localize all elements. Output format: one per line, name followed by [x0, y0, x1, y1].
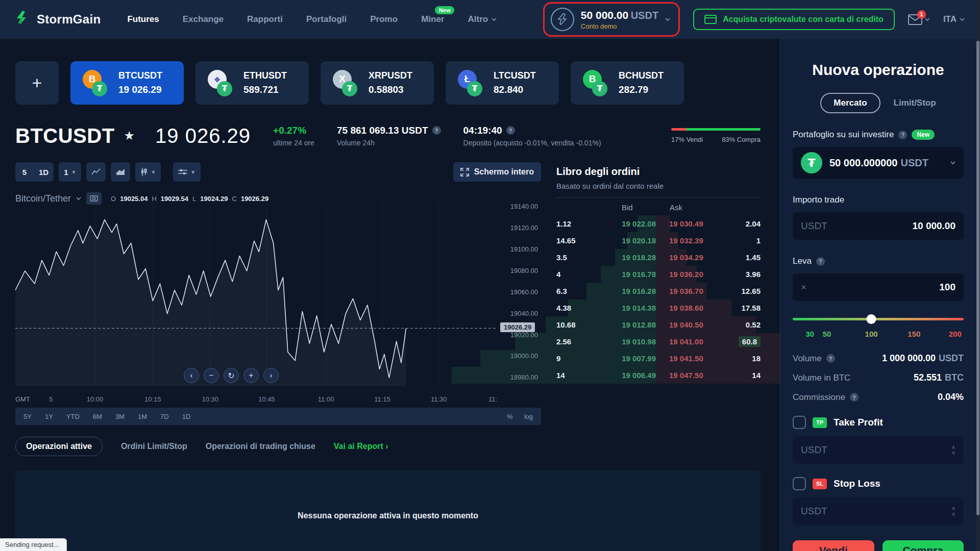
timeframe-5-button[interactable]: 5: [15, 162, 34, 182]
range-button[interactable]: 3M: [115, 413, 125, 420]
slider-label[interactable]: 200: [949, 330, 962, 338]
nav-item[interactable]: Rapporti: [247, 14, 283, 24]
order-book-row[interactable]: 6.3 19 016.28 19 036.70 12.65: [556, 283, 761, 299]
add-instrument-button[interactable]: +: [15, 61, 59, 105]
stormgain-account-icon: [551, 8, 574, 31]
ticker-card[interactable]: B ₮ BTCUSDT 19 026.29: [70, 61, 184, 105]
candlestick-icon: [140, 168, 148, 176]
positions-tab[interactable]: Operazioni attive: [15, 437, 103, 456]
nav-item[interactable]: Altro: [468, 14, 497, 24]
stepper-arrows[interactable]: ∧∨: [951, 445, 955, 455]
order-book-row[interactable]: 9 19 007.99 19 041.50 18: [556, 350, 761, 367]
order-book-row[interactable]: 14.65 19 020.18 19 032.39 1: [556, 232, 761, 249]
percent-scale-button[interactable]: %: [507, 413, 513, 420]
buy-button[interactable]: Compra 19 030.49: [883, 540, 964, 551]
scrollbar-thumb[interactable]: [976, 41, 979, 515]
range-button[interactable]: 1D: [182, 413, 191, 420]
nav-item[interactable]: Promo: [370, 14, 398, 24]
snapshot-camera-icon[interactable]: [86, 192, 102, 205]
positions-tab[interactable]: Ordini Limit/Stop: [121, 442, 187, 451]
leverage-slider[interactable]: [793, 314, 964, 323]
line-chart-type-button[interactable]: [86, 162, 106, 182]
instrument-symbol: BTCUSDT: [15, 124, 115, 147]
log-scale-button[interactable]: log: [524, 413, 533, 420]
price-axis-label: 19120.00: [510, 224, 538, 232]
coin-pair-icon: ◆ ₮: [208, 69, 234, 97]
slider-label[interactable]: 50: [823, 330, 831, 338]
help-icon[interactable]: ?: [850, 393, 859, 402]
range-button[interactable]: 6M: [93, 413, 102, 420]
range-button[interactable]: 7D: [160, 413, 169, 420]
leverage-input[interactable]: × 100: [793, 273, 964, 301]
positions-tab[interactable]: Operazioni di trading chiuse: [206, 442, 315, 451]
order-book-row[interactable]: 4 19 016.78 19 036.20 3.96: [556, 266, 761, 283]
help-icon[interactable]: ?: [816, 257, 825, 266]
take-profit-input[interactable]: USDT ∧∨: [793, 436, 964, 464]
pair-name[interactable]: Bitcoin/Tether: [15, 193, 71, 204]
order-book-row[interactable]: 1.12 19 022.08 19 030.49 2.04: [556, 215, 761, 232]
order-book-row[interactable]: 3.5 19 018.28 19 034.29 1.45: [556, 249, 761, 266]
candlestick-type-select[interactable]: ▼: [135, 162, 161, 182]
bid-price: 19 012.88: [602, 320, 656, 329]
ticker-card[interactable]: B ₮ BCHUSDT 282.79: [571, 61, 684, 105]
buy-crypto-button[interactable]: Acquista criptovalute con carta di credi…: [693, 9, 895, 30]
brand[interactable]: StormGain: [15, 11, 101, 28]
help-icon[interactable]: ?: [506, 126, 515, 135]
stepper-arrows[interactable]: ∧∨: [951, 506, 955, 516]
favorite-star-icon[interactable]: ★: [124, 129, 135, 143]
fullscreen-button[interactable]: Schermo intero: [453, 162, 541, 182]
nav-item[interactable]: Portafogli: [306, 14, 347, 24]
order-book-row[interactable]: 4.38 19 014.38 19 038.60 17.58: [556, 299, 761, 316]
ticker-card[interactable]: ◆ ₮ ETHUSDT 589.721: [195, 61, 309, 105]
help-icon[interactable]: ?: [898, 131, 907, 139]
notifications-mail[interactable]: 1: [908, 14, 930, 25]
nav-item[interactable]: Futures: [127, 14, 159, 24]
slider-label[interactable]: 100: [865, 330, 878, 338]
ticker-card[interactable]: Ł ₮ LTCUSDT 82.840: [446, 61, 559, 105]
reports-link[interactable]: Vai ai Report ›: [334, 442, 388, 451]
amount-input[interactable]: USDT 10 000.00: [793, 212, 964, 240]
take-profit-checkbox[interactable]: [793, 416, 806, 429]
slider-label[interactable]: 150: [908, 330, 920, 338]
chart-nav-button[interactable]: +: [243, 368, 259, 383]
page-scrollbar[interactable]: [976, 0, 980, 551]
nav-item[interactable]: Miner New: [421, 14, 444, 24]
indicators-select[interactable]: ▼: [173, 162, 201, 182]
help-icon[interactable]: ?: [432, 126, 441, 135]
range-button[interactable]: 1M: [138, 413, 147, 420]
range-button[interactable]: 5Y: [23, 413, 32, 420]
ask-price: 19 030.49: [656, 219, 717, 228]
chart-nav-button[interactable]: ›: [263, 368, 279, 383]
ticker-card[interactable]: X ₮ XRPUSDT 0.58803: [321, 61, 434, 105]
area-chart-type-button[interactable]: [111, 162, 130, 182]
chart-nav-button[interactable]: −: [204, 368, 219, 383]
help-icon[interactable]: ?: [826, 354, 835, 363]
range-button[interactable]: 1Y: [45, 413, 53, 420]
bid-volume: 2.56: [556, 337, 602, 346]
stop-loss-checkbox[interactable]: [793, 477, 806, 490]
order-book-row[interactable]: 10.68 19 012.88 19 040.50 0.52: [556, 316, 761, 333]
line-chart-icon: [91, 168, 101, 176]
order-book-row[interactable]: 2.56 19 010.98 19 041.00 60.8: [556, 333, 761, 350]
tab-limit-stop[interactable]: Limit/Stop: [894, 98, 936, 108]
tab-market[interactable]: Mercato: [820, 93, 880, 113]
time-axis[interactable]: 5 10:00 10:15 10:30 10:45 11:00 11:15 11…: [15, 395, 498, 405]
browser-status-text: Sending request...: [0, 538, 67, 551]
stop-loss-input[interactable]: USDT ∧∨: [793, 497, 964, 525]
wallet-select[interactable]: ₮ 50 000.000000USDT: [793, 147, 964, 179]
timeframe-1d-button[interactable]: 1D: [34, 162, 54, 182]
nav-item[interactable]: Exchange: [183, 14, 224, 24]
sell-button[interactable]: Vendi 19 022.08: [793, 540, 874, 551]
chart-nav-button[interactable]: ↻: [224, 368, 239, 383]
language-selector[interactable]: ITA: [943, 14, 965, 24]
order-book-row[interactable]: 14 19 006.49 19 047.50 14: [556, 367, 761, 384]
slider-label[interactable]: 30: [805, 330, 814, 338]
interval-select[interactable]: 1▼: [59, 162, 81, 182]
slider-thumb[interactable]: [867, 314, 876, 324]
range-button[interactable]: YTD: [66, 413, 80, 420]
slider-track[interactable]: [793, 318, 964, 320]
positions-tabs: Operazioni attive Ordini Limit/Stop Oper…: [15, 437, 388, 456]
chart-nav-button[interactable]: ‹: [184, 368, 199, 383]
chart-plot[interactable]: [15, 202, 498, 386]
account-balance-selector[interactable]: 50 000.00 USDT Conto demo: [543, 2, 680, 37]
